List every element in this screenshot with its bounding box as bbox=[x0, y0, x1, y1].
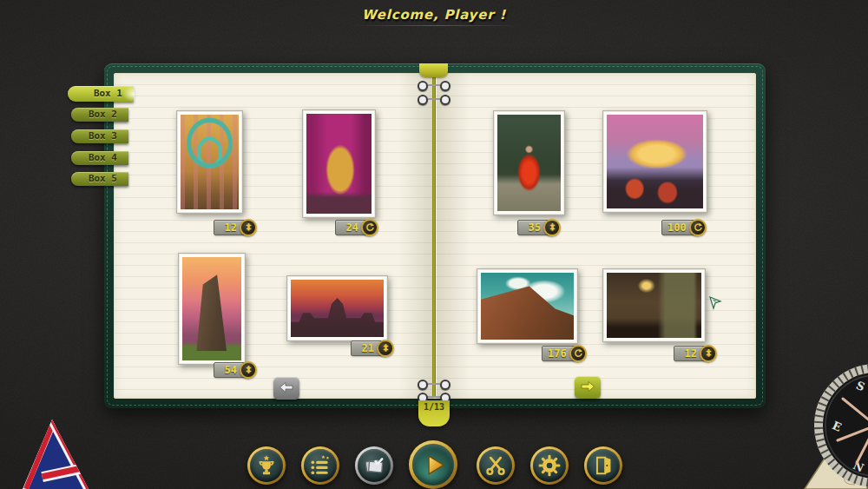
achievements-button[interactable] bbox=[247, 446, 286, 485]
piece-count-badge: 12 bbox=[214, 219, 257, 236]
bookmark-tab-top bbox=[419, 63, 448, 77]
piece-count-badge: 35 bbox=[517, 219, 561, 236]
box-tab-1[interactable]: Box 1 bbox=[68, 86, 134, 102]
next-page-button[interactable] bbox=[575, 376, 601, 399]
exit-door-icon bbox=[587, 449, 620, 482]
puzzle-image bbox=[481, 273, 574, 340]
puzzle-image bbox=[181, 115, 239, 209]
puzzle-image bbox=[306, 114, 372, 214]
background-speck bbox=[841, 393, 844, 395]
puzzle-thumbnail-vintage-room[interactable] bbox=[602, 268, 706, 342]
piece-count-badge: 54 bbox=[214, 361, 257, 379]
puzzle-piece-icon bbox=[700, 345, 717, 362]
piece-count-badge: 24 bbox=[335, 219, 378, 236]
photo-stack-icon bbox=[358, 449, 391, 482]
right-arrow-icon bbox=[580, 380, 595, 395]
piece-count-badge: 12 bbox=[674, 345, 717, 362]
album-spine bbox=[432, 75, 436, 398]
spine-shadow-right bbox=[437, 73, 470, 399]
rotate-icon bbox=[569, 345, 587, 362]
puzzle-image bbox=[607, 273, 701, 338]
play-button[interactable] bbox=[409, 440, 457, 489]
piece-count-badge: 176 bbox=[542, 345, 587, 362]
box-tab-5[interactable]: Box 5 bbox=[71, 172, 128, 186]
welcome-divider bbox=[352, 25, 521, 26]
piece-count-badge: 21 bbox=[351, 340, 394, 357]
puzzle-piece-icon bbox=[377, 340, 394, 357]
missions-button[interactable] bbox=[301, 446, 339, 485]
exit-button[interactable] bbox=[584, 446, 622, 485]
puzzle-image bbox=[182, 257, 241, 360]
puzzle-thumbnail-mountain-ridge[interactable] bbox=[477, 268, 578, 344]
scissors-icon bbox=[479, 449, 512, 482]
puzzle-piece-icon bbox=[240, 361, 257, 379]
puzzle-piece-icon bbox=[240, 219, 257, 236]
box-tab-4[interactable]: Box 4 bbox=[71, 151, 128, 165]
rotate-icon bbox=[361, 219, 378, 236]
puzzle-thumbnail-red-dress[interactable] bbox=[493, 110, 565, 215]
puzzle-thumbnail-golden-clock[interactable] bbox=[302, 109, 376, 218]
puzzle-thumbnail-palace-arches[interactable] bbox=[176, 110, 243, 214]
page-indicator: 1/13 bbox=[424, 402, 444, 412]
rotate-icon bbox=[689, 219, 707, 236]
prev-page-button[interactable] bbox=[273, 377, 299, 400]
welcome-banner: Welcome, Player ! bbox=[0, 7, 868, 23]
puzzle-thumbnail-golden-temple[interactable] bbox=[602, 110, 707, 213]
puzzle-thumbnail-stone-tower[interactable] bbox=[178, 253, 246, 365]
box-tab-2[interactable]: Box 2 bbox=[71, 108, 128, 122]
puzzle-piece-icon bbox=[543, 219, 561, 236]
checklist-icon bbox=[304, 449, 337, 482]
settings-button[interactable] bbox=[530, 446, 569, 485]
cut-puzzle-button[interactable] bbox=[477, 446, 515, 485]
puzzle-image bbox=[607, 115, 703, 208]
puzzle-thumbnail-palace-sunset[interactable] bbox=[286, 275, 388, 341]
binder-ring bbox=[419, 81, 449, 89]
puzzle-image bbox=[291, 280, 384, 337]
gear-icon bbox=[533, 449, 566, 482]
left-arrow-icon bbox=[279, 381, 294, 396]
puzzle-album: 12 24 35 100 54 21 176 bbox=[104, 63, 766, 408]
trophy-icon bbox=[250, 449, 283, 482]
piece-count-badge: 100 bbox=[661, 219, 707, 236]
page-indicator-tab: 1/13 bbox=[418, 400, 450, 426]
box-tab-3[interactable]: Box 3 bbox=[71, 129, 128, 143]
binder-ring bbox=[419, 95, 449, 103]
puzzle-image bbox=[497, 115, 561, 211]
collection-button[interactable] bbox=[355, 446, 393, 485]
spine-shadow-left bbox=[399, 73, 433, 399]
play-icon bbox=[412, 444, 454, 486]
binder-ring bbox=[419, 380, 449, 388]
